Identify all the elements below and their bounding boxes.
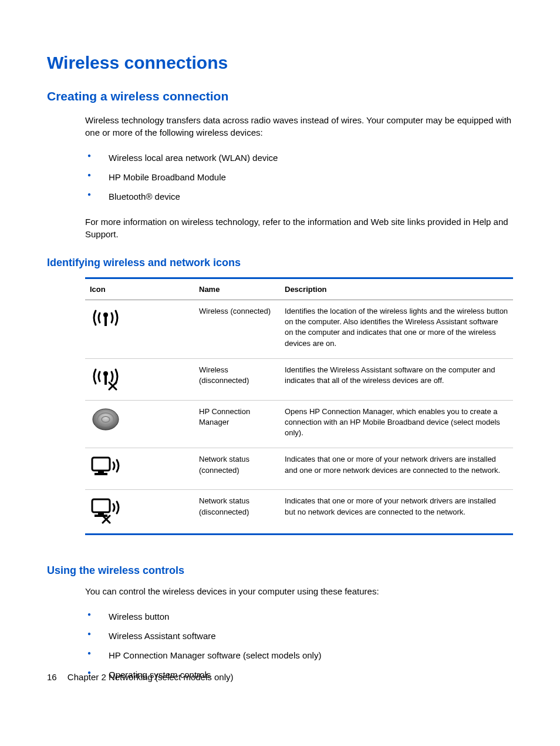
table-cell-name: Wireless (disconnected) xyxy=(194,358,280,400)
section-creating-outro: For more information on wireless technol… xyxy=(47,216,513,240)
table-row: Wireless (connected) Identifies the loca… xyxy=(85,300,513,359)
svg-rect-13 xyxy=(98,512,104,515)
list-item: HP Connection Manager software (select m… xyxy=(85,646,513,665)
table-header-desc: Description xyxy=(280,278,513,300)
section-controls-heading: Using the wireless controls xyxy=(47,564,513,577)
hp-connection-manager-icon xyxy=(90,406,190,432)
section-controls-intro: You can control the wireless devices in … xyxy=(47,585,513,597)
list-item: Bluetooth® device xyxy=(85,187,513,206)
svg-rect-3 xyxy=(104,374,107,385)
list-item: Wireless Assistant software xyxy=(85,626,513,646)
table-cell-desc: Identifies the Wireless Assistant softwa… xyxy=(280,358,513,400)
creating-bullet-list: Wireless local area network (WLAN) devic… xyxy=(47,148,513,206)
table-cell-desc: Indicates that one or more of your netwo… xyxy=(280,448,513,490)
svg-rect-14 xyxy=(95,515,107,517)
table-cell-name: Network status (connected) xyxy=(194,448,280,490)
svg-rect-11 xyxy=(95,473,107,475)
svg-rect-10 xyxy=(98,471,104,473)
icon-table: Icon Name Description xyxy=(85,277,513,535)
table-cell-desc: Identifies the location of the wireless … xyxy=(280,300,513,359)
table-header-name: Name xyxy=(194,278,280,300)
chapter-title: Chapter 2 Networking (select models only… xyxy=(68,672,234,682)
table-row: HP Connection Manager Opens HP Connectio… xyxy=(85,400,513,448)
svg-point-6 xyxy=(93,409,119,430)
section-identifying-heading: Identifying wireless and network icons xyxy=(47,257,513,269)
table-row: Network status (disconnected) Indicates … xyxy=(85,490,513,535)
wireless-connected-icon xyxy=(90,306,190,330)
network-disconnected-icon xyxy=(90,496,190,524)
table-cell-name: Wireless (connected) xyxy=(194,300,280,359)
table-cell-desc: Opens HP Connection Manager, which enabl… xyxy=(280,400,513,448)
table-row: Network status (connected) Indicates tha… xyxy=(85,448,513,490)
table-cell-desc: Indicates that one or more of your netwo… xyxy=(280,490,513,535)
list-item: Wireless local area network (WLAN) devic… xyxy=(85,148,513,167)
table-header-icon: Icon xyxy=(85,278,194,300)
list-item: HP Mobile Broadband Module xyxy=(85,167,513,187)
table-row: Wireless (disconnected) Identifies the W… xyxy=(85,358,513,400)
page-footer: 16 Chapter 2 Networking (select models o… xyxy=(47,672,233,682)
table-cell-name: HP Connection Manager xyxy=(194,400,280,448)
wireless-disconnected-icon xyxy=(90,365,190,391)
svg-rect-1 xyxy=(104,315,107,326)
svg-rect-12 xyxy=(92,499,110,512)
page-title: Wireless connections xyxy=(47,53,513,73)
table-cell-name: Network status (disconnected) xyxy=(194,490,280,535)
section-creating-intro: Wireless technology transfers data acros… xyxy=(47,114,513,139)
svg-rect-9 xyxy=(92,458,110,471)
section-creating-heading: Creating a wireless connection xyxy=(47,89,513,103)
list-item: Wireless button xyxy=(85,607,513,626)
network-connected-icon xyxy=(90,454,190,480)
page-number: 16 xyxy=(47,672,57,682)
